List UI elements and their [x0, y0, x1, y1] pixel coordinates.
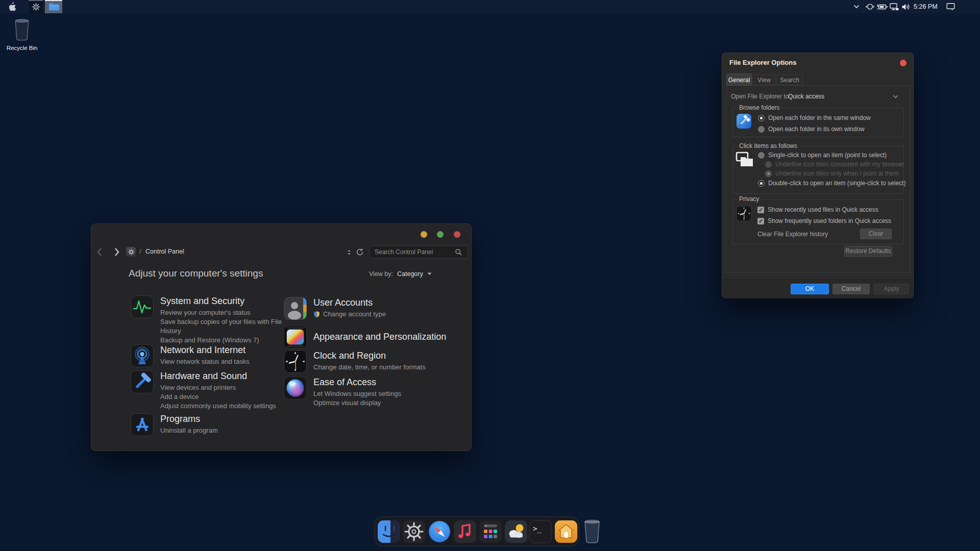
- clock-icon[interactable]: [284, 350, 307, 373]
- back-button[interactable]: [96, 247, 103, 257]
- radio-icon[interactable]: [758, 152, 765, 159]
- click-items-group: Click items as follows Single-click to o…: [732, 146, 904, 194]
- category-title[interactable]: System and Security: [160, 295, 292, 307]
- tray-chevron-icon[interactable]: [851, 3, 862, 11]
- folder-icon: [48, 3, 59, 11]
- category-link[interactable]: Change account type: [323, 310, 386, 319]
- radio-single-click[interactable]: Single-click to open an item (point to s…: [758, 152, 887, 159]
- clear-button[interactable]: Clear: [860, 229, 892, 239]
- category-title[interactable]: User Accounts: [313, 297, 445, 308]
- browse-folders-icon: [736, 113, 752, 129]
- radio-icon[interactable]: [758, 126, 765, 133]
- network-beacon-icon[interactable]: [131, 344, 154, 367]
- appearance-icon[interactable]: [284, 325, 307, 348]
- battery-icon[interactable]: [876, 3, 888, 11]
- trash-bin-icon: [12, 17, 32, 42]
- category-system-security: System and Security Review your computer…: [131, 295, 292, 345]
- refresh-icon[interactable]: [356, 248, 364, 256]
- checkbox-label: Show recently used files in Quick access: [768, 206, 878, 213]
- category-link[interactable]: Optimize visual display: [313, 398, 446, 408]
- chevron-down-icon: [427, 272, 432, 276]
- category-link[interactable]: Add a device: [160, 392, 292, 402]
- siri-icon[interactable]: [284, 377, 307, 399]
- checkbox-checked-icon[interactable]: ✓: [757, 207, 764, 213]
- taskbar-file-explorer-button[interactable]: [45, 0, 62, 13]
- tab-view[interactable]: View: [753, 74, 775, 85]
- address-dropdown-icon[interactable]: [347, 249, 352, 256]
- radio-same-window[interactable]: Open each folder in the same window: [758, 114, 871, 121]
- checkbox-frequent-folders[interactable]: ✓ Show frequently used folders in Quick …: [757, 217, 891, 224]
- category-title[interactable]: Clock and Region: [313, 350, 446, 361]
- category-link[interactable]: Backup and Restore (Windows 7): [160, 336, 292, 345]
- radio-double-click[interactable]: Double-click to open an item (single-cli…: [758, 180, 905, 187]
- radio-underline-point[interactable]: Underline icon titles only when I point …: [765, 170, 898, 177]
- restore-defaults-button[interactable]: Restore Defaults: [844, 246, 892, 257]
- tab-search[interactable]: Search: [776, 74, 803, 85]
- view-by-value[interactable]: Category: [397, 270, 423, 278]
- meet-now-icon[interactable]: [865, 3, 875, 11]
- user-accounts-icon[interactable]: [284, 297, 307, 320]
- ok-button[interactable]: OK: [791, 284, 829, 294]
- category-link[interactable]: Save backup copies of your files with Fi…: [160, 317, 292, 336]
- forward-button[interactable]: [114, 247, 120, 257]
- category-network-internet: Network and Internet View network status…: [131, 344, 292, 367]
- dock-safari-icon[interactable]: [428, 520, 451, 543]
- category-link[interactable]: Review your computer's status: [160, 308, 292, 317]
- recycle-bin-desktop-icon[interactable]: Recycle Bin: [4, 17, 40, 51]
- taskbar-settings-button[interactable]: [29, 0, 43, 13]
- category-link[interactable]: View devices and printers: [160, 383, 292, 392]
- radio-label: Single-click to open an item (point to s…: [768, 152, 887, 159]
- dock-home-icon[interactable]: [554, 520, 578, 543]
- breadcrumb[interactable]: Control Panel: [145, 248, 184, 255]
- dock-launchpad-icon[interactable]: [479, 520, 502, 543]
- category-link[interactable]: Let Windows suggest settings: [313, 389, 446, 398]
- checkbox-recent-files[interactable]: ✓ Show recently used files in Quick acce…: [757, 206, 878, 213]
- network-icon[interactable]: [889, 3, 899, 11]
- category-title[interactable]: Appearance and Personalization: [313, 325, 446, 342]
- radio-own-window[interactable]: Open each folder in its own window: [758, 126, 865, 133]
- apply-button[interactable]: Apply: [874, 284, 909, 294]
- category-title[interactable]: Hardware and Sound: [160, 370, 292, 382]
- category-link[interactable]: Adjust commonly used mobility settings: [160, 402, 292, 411]
- category-hardware-sound: Hardware and Sound View devices and prin…: [131, 370, 292, 411]
- clock-time[interactable]: 5:26 PM: [914, 0, 940, 13]
- open-to-dropdown[interactable]: Quick access: [788, 93, 824, 100]
- category-link[interactable]: Change date, time, or number formats: [313, 363, 446, 372]
- open-to-label: Open File Explorer to:: [731, 93, 791, 100]
- search-icon[interactable]: [455, 248, 462, 256]
- volume-icon[interactable]: [900, 3, 911, 11]
- dropdown-chevron-icon[interactable]: [893, 95, 898, 98]
- apple-menu-button[interactable]: [4, 0, 19, 13]
- view-by-control[interactable]: View by: Category: [369, 270, 432, 278]
- dock-settings-icon[interactable]: [402, 520, 426, 543]
- radio-selected-icon[interactable]: [758, 115, 765, 121]
- category-ease-of-access: Ease of Access Let Windows suggest setti…: [284, 377, 446, 408]
- radio-underline-browser[interactable]: Underline icon titles consistent with my…: [765, 161, 904, 168]
- category-title[interactable]: Programs: [160, 413, 292, 424]
- category-title[interactable]: Ease of Access: [313, 377, 446, 388]
- activity-monitor-icon[interactable]: [131, 295, 154, 318]
- cancel-button[interactable]: Cancel: [832, 284, 870, 294]
- close-button[interactable]: [900, 60, 906, 66]
- hammer-icon[interactable]: [131, 370, 154, 393]
- search-input[interactable]: [369, 245, 468, 259]
- tab-general[interactable]: General: [726, 73, 752, 86]
- close-traffic-light[interactable]: [454, 231, 460, 238]
- desktop: 5:26 PM Recycle Bin: [0, 0, 980, 551]
- category-link[interactable]: View network status and tasks: [160, 357, 292, 366]
- app-store-icon[interactable]: [131, 413, 154, 436]
- dock-trash-icon[interactable]: [581, 518, 603, 545]
- maximize-traffic-light[interactable]: [437, 231, 444, 238]
- radio-selected-icon[interactable]: [758, 180, 765, 187]
- category-title[interactable]: Network and Internet: [160, 344, 292, 356]
- dock-weather-icon[interactable]: [504, 520, 528, 543]
- checkbox-checked-icon[interactable]: ✓: [757, 218, 764, 224]
- view-by-label: View by:: [369, 270, 393, 278]
- category-link[interactable]: Uninstall a program: [160, 426, 292, 435]
- dock-terminal-icon[interactable]: >_: [529, 520, 552, 543]
- dock-finder-icon[interactable]: [377, 520, 401, 543]
- action-center-icon[interactable]: [945, 3, 955, 11]
- dock-music-icon[interactable]: [453, 520, 477, 543]
- control-panel-breadcrumb-icon[interactable]: [126, 247, 136, 257]
- minimize-traffic-light[interactable]: [421, 231, 427, 238]
